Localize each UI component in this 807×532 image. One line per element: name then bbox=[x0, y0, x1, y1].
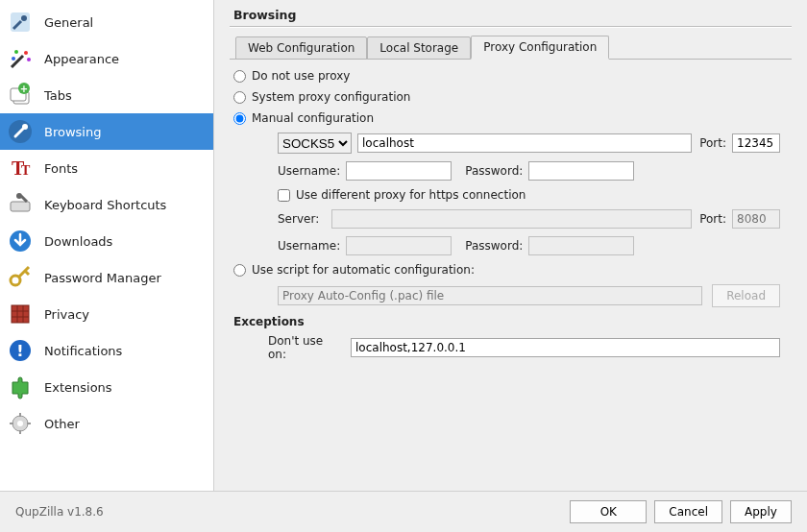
svg-point-3 bbox=[14, 50, 18, 54]
https-password-label: Password: bbox=[465, 239, 523, 253]
proxy-host-input[interactable] bbox=[357, 133, 692, 153]
sidebar-item-keyboard[interactable]: Keyboard Shortcuts bbox=[0, 186, 213, 223]
puzzle-icon bbox=[6, 373, 35, 401]
svg-point-5 bbox=[27, 58, 31, 61]
proxy-username-input[interactable] bbox=[346, 161, 452, 181]
sidebar-item-notifications[interactable]: ! Notifications bbox=[0, 332, 213, 369]
radio-system-proxy[interactable] bbox=[233, 91, 246, 104]
https-port-label: Port: bbox=[699, 212, 726, 226]
sidebar-item-fonts[interactable]: TT Fonts bbox=[0, 150, 213, 186]
https-port-input bbox=[732, 209, 780, 229]
https-server-label: Server: bbox=[278, 212, 326, 226]
sidebar-item-label: Password Manager bbox=[44, 271, 161, 285]
keyboard-icon bbox=[6, 190, 35, 219]
exceptions-title: Exceptions bbox=[233, 315, 788, 328]
proxy-panel: Do not use proxy System proxy configurat… bbox=[230, 60, 792, 378]
svg-text:T: T bbox=[21, 163, 31, 178]
sidebar-item-other[interactable]: Other bbox=[0, 405, 213, 442]
sidebar-item-tabs[interactable]: + Tabs bbox=[0, 77, 213, 113]
sidebar-item-password[interactable]: Password Manager bbox=[0, 259, 213, 296]
pac-file-input bbox=[278, 286, 702, 305]
svg-point-17 bbox=[11, 276, 20, 285]
wrench-icon bbox=[6, 117, 35, 146]
sidebar-item-appearance[interactable]: Appearance bbox=[0, 40, 213, 77]
tab-proxy-configuration[interactable]: Proxy Configuration bbox=[471, 36, 609, 60]
https-auth-row: Username: Password: bbox=[278, 236, 780, 255]
sidebar-item-general[interactable]: General bbox=[0, 4, 213, 40]
apply-button[interactable]: Apply bbox=[730, 500, 792, 523]
sidebar: General Appearance + Tabs Browsing TT Fo… bbox=[0, 0, 214, 491]
proxy-password-input[interactable] bbox=[528, 161, 634, 181]
svg-point-15 bbox=[16, 193, 22, 199]
svg-point-23 bbox=[17, 421, 23, 426]
exceptions-row: Don't use on: bbox=[268, 334, 780, 361]
privacy-icon bbox=[6, 300, 35, 328]
radio-label: Use script for automatic configuration: bbox=[252, 263, 475, 277]
sidebar-item-label: Keyboard Shortcuts bbox=[44, 198, 166, 212]
exceptions-label: Don't use on: bbox=[268, 334, 345, 361]
radio-no-proxy[interactable] bbox=[233, 70, 246, 83]
reload-button: Reload bbox=[712, 284, 780, 307]
alert-icon: ! bbox=[6, 336, 35, 365]
sidebar-item-label: Privacy bbox=[44, 307, 89, 322]
script-row: Reload bbox=[278, 284, 780, 307]
svg-point-11 bbox=[22, 124, 28, 130]
radio-row-script: Use script for automatic configuration: bbox=[233, 263, 788, 277]
port-label: Port: bbox=[699, 136, 726, 150]
content-area: Browsing Web Configuration Local Storage… bbox=[214, 0, 807, 491]
diff-https-row: Use different proxy for https connection bbox=[278, 188, 780, 202]
https-username-input bbox=[346, 236, 452, 255]
radio-label: System proxy configuration bbox=[252, 90, 410, 104]
tab-web-configuration[interactable]: Web Configuration bbox=[235, 36, 367, 60]
https-server-input bbox=[331, 209, 692, 229]
manual-auth-row: Username: Password: bbox=[278, 161, 780, 181]
page-title: Browsing bbox=[233, 8, 792, 22]
download-icon bbox=[6, 227, 35, 255]
sidebar-item-label: Appearance bbox=[44, 52, 119, 66]
diff-https-checkbox[interactable] bbox=[278, 189, 290, 202]
sidebar-item-label: Tabs bbox=[44, 88, 72, 103]
fonts-icon: TT bbox=[6, 154, 35, 182]
brush-icon bbox=[6, 44, 35, 73]
sidebar-item-downloads[interactable]: Downloads bbox=[0, 223, 213, 259]
https-host-row: Server: Port: bbox=[278, 209, 780, 229]
sidebar-item-label: Other bbox=[44, 417, 80, 431]
svg-point-4 bbox=[12, 57, 15, 60]
tabs-icon: + bbox=[6, 81, 35, 109]
ok-button[interactable]: OK bbox=[570, 500, 647, 523]
radio-label: Do not use proxy bbox=[252, 69, 350, 83]
exceptions-input[interactable] bbox=[351, 338, 780, 357]
tab-local-storage[interactable]: Local Storage bbox=[367, 36, 471, 60]
svg-rect-18 bbox=[12, 305, 29, 323]
radio-script-proxy[interactable] bbox=[233, 264, 246, 277]
sidebar-item-privacy[interactable]: Privacy bbox=[0, 296, 213, 332]
cancel-button[interactable]: Cancel bbox=[654, 500, 722, 523]
manual-host-row: SOCKS5 Port: bbox=[278, 133, 780, 154]
https-password-input bbox=[528, 236, 634, 255]
sidebar-item-extensions[interactable]: Extensions bbox=[0, 369, 213, 405]
gear-icon bbox=[6, 409, 35, 438]
sidebar-item-browsing[interactable]: Browsing bbox=[0, 113, 213, 150]
svg-text:+: + bbox=[20, 84, 28, 94]
proxy-type-select[interactable]: SOCKS5 bbox=[278, 133, 352, 154]
sidebar-item-label: Extensions bbox=[44, 380, 112, 395]
sidebar-item-label: Downloads bbox=[44, 234, 112, 249]
key-icon bbox=[6, 263, 35, 292]
tabbar: Web Configuration Local Storage Proxy Co… bbox=[230, 36, 792, 60]
radio-row-manual: Manual configuration bbox=[233, 111, 788, 125]
radio-row-system: System proxy configuration bbox=[233, 90, 788, 104]
sidebar-item-label: Fonts bbox=[44, 161, 78, 176]
proxy-port-input[interactable] bbox=[732, 133, 780, 153]
radio-manual-proxy[interactable] bbox=[233, 112, 246, 125]
radio-row-no-proxy: Do not use proxy bbox=[233, 69, 788, 83]
bottom-bar: QupZilla v1.8.6 OK Cancel Apply bbox=[0, 491, 807, 532]
username-label: Username: bbox=[278, 164, 340, 178]
https-username-label: Username: bbox=[278, 239, 340, 253]
svg-text:!: ! bbox=[16, 342, 23, 360]
sidebar-item-label: Notifications bbox=[44, 344, 122, 358]
svg-point-1 bbox=[21, 15, 27, 21]
divider bbox=[230, 26, 792, 28]
password-label: Password: bbox=[465, 164, 523, 178]
app-version: QupZilla v1.8.6 bbox=[15, 505, 104, 519]
svg-point-2 bbox=[24, 51, 28, 55]
